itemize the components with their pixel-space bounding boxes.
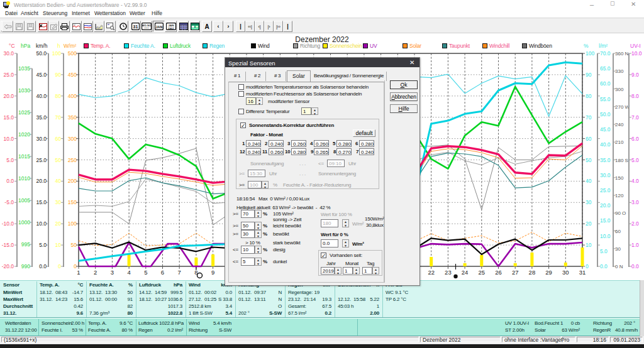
- svg-text:270 W: 270 W: [615, 104, 630, 110]
- svg-text:27: 27: [512, 269, 519, 276]
- svg-text:1035: 1035: [18, 65, 30, 72]
- svg-text:25.0: 25.0: [3, 72, 14, 78]
- svg-text:0 N: 0 N: [615, 264, 623, 269]
- svg-text:26: 26: [495, 269, 502, 276]
- svg-text:25.0: 25.0: [600, 187, 611, 193]
- svg-text:30.0: 30.0: [36, 136, 47, 142]
- svg-text:70.0: 70.0: [600, 50, 611, 57]
- svg-text:10.0: 10.0: [600, 233, 611, 239]
- svg-text:1010: 1010: [18, 175, 30, 182]
- svg-text:22: 22: [428, 269, 435, 276]
- svg-text:5.0: 5.0: [39, 242, 47, 248]
- svg-text:30.0: 30.0: [600, 172, 611, 178]
- svg-text:60.0: 60.0: [600, 80, 611, 87]
- svg-text:450: 450: [68, 72, 77, 78]
- svg-text:9: 9: [211, 269, 214, 276]
- svg-text:29: 29: [545, 269, 552, 276]
- svg-text:300: 300: [68, 136, 77, 142]
- svg-text:80: 80: [586, 93, 592, 99]
- svg-text:45.0: 45.0: [600, 126, 611, 133]
- svg-text:2.0: 2.0: [631, 220, 639, 227]
- svg-text:50.0: 50.0: [36, 50, 47, 57]
- svg-text:100: 100: [68, 220, 77, 227]
- svg-text:5.0: 5.0: [631, 157, 639, 163]
- svg-text:200: 200: [68, 178, 77, 184]
- svg-text:0.0: 0.0: [600, 263, 608, 269]
- svg-text:UV-I: UV-I: [630, 43, 641, 49]
- svg-text:-20.0: -20.0: [2, 263, 14, 269]
- svg-text:-15.0: -15.0: [2, 242, 14, 248]
- svg-text:5.0: 5.0: [600, 248, 608, 254]
- svg-text:20: 20: [55, 220, 62, 227]
- svg-text:25: 25: [479, 269, 486, 276]
- svg-text:180 S: 180 S: [615, 158, 628, 163]
- svg-text:150: 150: [68, 199, 77, 205]
- svg-text:360 N: 360 N: [615, 51, 629, 57]
- svg-text:65.0: 65.0: [600, 65, 611, 72]
- svg-text:1030: 1030: [18, 87, 30, 94]
- svg-text:28: 28: [529, 269, 536, 276]
- svg-text:10.0: 10.0: [631, 50, 642, 57]
- svg-text:250: 250: [68, 157, 77, 163]
- svg-text:31: 31: [579, 269, 586, 276]
- svg-text:6: 6: [161, 269, 164, 276]
- svg-text:90: 90: [586, 72, 592, 78]
- svg-text:0.0: 0.0: [631, 263, 639, 269]
- svg-text:40.0: 40.0: [600, 141, 611, 148]
- svg-text:10.0: 10.0: [36, 220, 47, 227]
- svg-text:l/m²: l/m²: [599, 43, 608, 49]
- svg-text:23: 23: [445, 269, 452, 276]
- svg-text:210: 210: [615, 139, 624, 145]
- svg-text:80: 80: [55, 93, 62, 99]
- svg-text:0: 0: [58, 263, 61, 269]
- svg-text:35.0: 35.0: [36, 114, 47, 121]
- svg-text:15.0: 15.0: [36, 199, 47, 205]
- svg-text:330: 330: [615, 68, 624, 74]
- svg-text:30: 30: [55, 199, 62, 205]
- svg-text:DEZ: DEZ: [168, 27, 174, 30]
- svg-text:300: 300: [615, 87, 624, 92]
- svg-text:-10.0: -10.0: [2, 220, 14, 227]
- svg-text:120: 120: [615, 193, 624, 198]
- svg-text:hPa: hPa: [21, 43, 30, 49]
- svg-text:7.0: 7.0: [631, 114, 639, 121]
- svg-text:20: 20: [586, 220, 592, 227]
- svg-text:70: 70: [586, 114, 592, 121]
- svg-text:~~~: ~~~: [144, 26, 149, 30]
- svg-text:20.0: 20.0: [600, 202, 611, 209]
- svg-text:1.0: 1.0: [631, 242, 639, 248]
- svg-text:150: 150: [615, 175, 624, 181]
- svg-text:90 O: 90 O: [615, 210, 626, 216]
- svg-text:%: %: [584, 43, 589, 49]
- svg-text:45.0: 45.0: [36, 72, 47, 78]
- svg-text:h: h: [57, 43, 60, 49]
- svg-text:10.0: 10.0: [3, 136, 14, 142]
- svg-text:30: 30: [615, 246, 621, 252]
- svg-text:4.0: 4.0: [631, 178, 639, 184]
- svg-text:500: 500: [68, 50, 77, 57]
- svg-text:30: 30: [562, 269, 569, 276]
- svg-text:60: 60: [55, 136, 62, 142]
- svg-text:20.0: 20.0: [36, 178, 47, 184]
- svg-text:10: 10: [586, 242, 592, 248]
- svg-text:10: 10: [55, 242, 62, 248]
- svg-text:1015: 1015: [18, 153, 30, 160]
- svg-text:0.0: 0.0: [39, 263, 47, 269]
- svg-text:15.0: 15.0: [3, 114, 14, 121]
- svg-text:50: 50: [586, 157, 592, 163]
- svg-text:40.0: 40.0: [36, 93, 47, 99]
- svg-text:2: 2: [94, 269, 97, 276]
- svg-text:6.0: 6.0: [631, 136, 639, 142]
- svg-text:70: 70: [55, 114, 62, 121]
- svg-text:4: 4: [127, 269, 130, 276]
- svg-text:W/m²: W/m²: [64, 43, 76, 49]
- svg-text:55.0: 55.0: [600, 96, 611, 102]
- svg-text:°C: °C: [73, 23, 76, 26]
- svg-text:1: 1: [77, 269, 80, 276]
- svg-text:350: 350: [68, 114, 77, 121]
- svg-text:30: 30: [586, 199, 592, 205]
- svg-text:km/h: km/h: [36, 43, 48, 49]
- svg-text:100: 100: [52, 50, 61, 57]
- svg-text:1005: 1005: [18, 197, 30, 204]
- svg-text:50: 50: [55, 157, 62, 163]
